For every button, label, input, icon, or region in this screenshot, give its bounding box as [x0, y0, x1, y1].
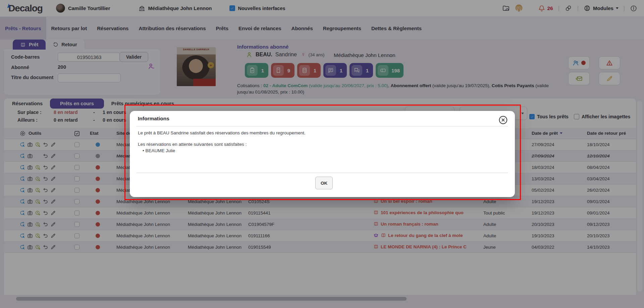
dialog-line1: Le prêt à BEAU Sandrine satisfait des ré… — [138, 130, 306, 135]
ok-button[interactable]: OK — [315, 177, 333, 189]
dialog-line2: Les réservations en attente suivantes so… — [138, 142, 247, 147]
dialog-title: Informations — [138, 116, 169, 122]
dialog-divider — [137, 173, 508, 173]
dialog-divider — [137, 126, 508, 126]
informations-dialog: Informations Le prêt à BEAU Sandrine sat… — [130, 111, 515, 197]
close-icon[interactable] — [498, 115, 508, 125]
decalog-app: Decalog Camille Tourtillier Médiathèque … — [0, 0, 644, 308]
dialog-bullet-item: • BEAUME Julie — [143, 148, 175, 153]
